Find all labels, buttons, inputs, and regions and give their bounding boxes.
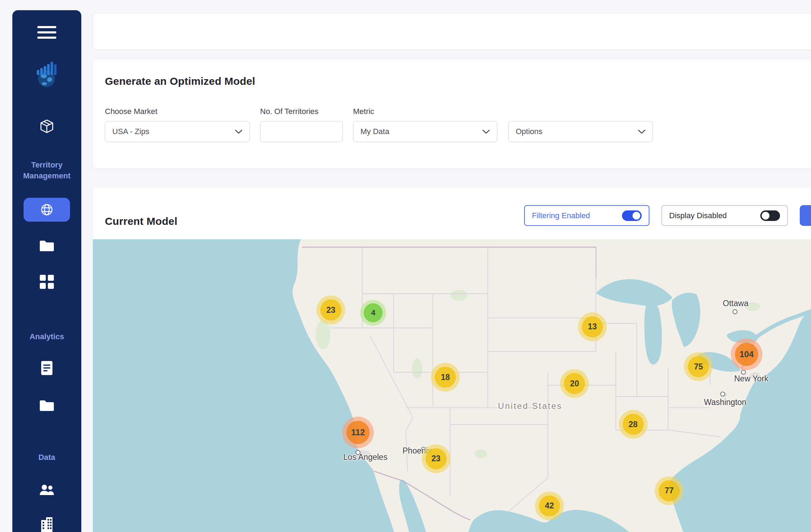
map-label: Ottawa xyxy=(723,298,748,308)
current-model-title: Current Model xyxy=(105,215,177,228)
toggle-switch-on[interactable] xyxy=(622,210,642,221)
cluster-marker[interactable]: 104 xyxy=(731,338,762,370)
cluster-marker[interactable]: 28 xyxy=(619,410,648,439)
market-select[interactable]: USA - Zips xyxy=(105,121,250,142)
metric-label: Metric xyxy=(353,107,497,116)
cluster-marker[interactable]: 112 xyxy=(342,417,374,448)
cluster-marker[interactable]: 75 xyxy=(684,352,713,381)
globe-icon xyxy=(39,202,54,217)
people-icon xyxy=(38,484,55,496)
chevron-down-icon xyxy=(638,129,646,134)
market-select-value: USA - Zips xyxy=(112,127,149,136)
display-toggle-label: Display Disabled xyxy=(669,211,727,220)
cluster-marker[interactable]: 20 xyxy=(560,369,589,398)
city-dot xyxy=(720,392,725,397)
current-model-card: Current Model Filtering Enabled Display … xyxy=(93,188,811,532)
primary-action-button[interactable] xyxy=(800,205,811,226)
folder-icon xyxy=(39,399,55,412)
options-select[interactable]: Options xyxy=(508,121,653,142)
folder-icon xyxy=(39,239,55,252)
city-dot xyxy=(733,309,737,314)
territories-label: No. Of Territories xyxy=(260,107,343,116)
toggle-switch-off[interactable] xyxy=(760,210,780,221)
top-header xyxy=(93,13,811,50)
cluster-marker[interactable]: 42 xyxy=(535,492,564,520)
sidebar-item-reports[interactable] xyxy=(39,361,54,375)
sidebar-section-data: Data xyxy=(15,452,78,463)
cluster-marker[interactable]: 23 xyxy=(316,296,345,324)
metric-select[interactable]: My Data xyxy=(353,121,497,142)
sidebar-item-accounts[interactable] xyxy=(40,516,54,532)
cluster-marker[interactable]: 23 xyxy=(422,444,451,473)
cluster-marker[interactable]: 4 xyxy=(360,300,386,326)
cluster-marker[interactable]: 18 xyxy=(431,363,460,392)
sidebar-item-dashboard[interactable] xyxy=(39,274,54,289)
main-content: Generate an Optimized Model Choose Marke… xyxy=(92,0,811,532)
cluster-marker[interactable]: 77 xyxy=(655,476,684,505)
optimizer-form: Choose Market USA - Zips No. Of Territor… xyxy=(105,107,811,142)
building-icon xyxy=(40,516,54,532)
sidebar-item-projects[interactable] xyxy=(39,239,55,252)
optimizer-card: Generate an Optimized Model Choose Marke… xyxy=(93,59,811,168)
metric-select-value: My Data xyxy=(360,127,389,136)
map-label: Washington xyxy=(704,397,747,407)
sidebar-section-analytics: Analytics xyxy=(15,331,78,342)
sidebar-item-data-files[interactable] xyxy=(39,399,55,412)
app-logo[interactable] xyxy=(30,58,64,90)
chevron-down-icon xyxy=(235,129,243,134)
display-toggle[interactable]: Display Disabled xyxy=(661,205,788,226)
sidebar: Territory Management Analytics xyxy=(12,10,81,532)
sidebar-item-products[interactable] xyxy=(38,118,55,135)
menu-icon[interactable] xyxy=(37,26,56,39)
package-icon xyxy=(38,118,55,135)
map-label: United States xyxy=(498,401,562,411)
sidebar-item-customers[interactable] xyxy=(38,484,55,496)
map-overlays: OttawaNew YorkWashingtonUnited StatesLos… xyxy=(93,239,811,532)
map-label: Los Angeles xyxy=(343,452,387,462)
dashboard-icon xyxy=(39,274,54,289)
territories-input[interactable] xyxy=(260,121,343,142)
filtering-toggle[interactable]: Filtering Enabled xyxy=(524,205,649,226)
options-select-value: Options xyxy=(516,127,542,136)
map-label: New York xyxy=(734,374,768,383)
report-icon xyxy=(39,361,54,375)
map[interactable]: OttawaNew YorkWashingtonUnited StatesLos… xyxy=(93,239,811,532)
market-label: Choose Market xyxy=(105,107,250,116)
sidebar-item-territory-map[interactable] xyxy=(24,198,70,222)
optimizer-title: Generate an Optimized Model xyxy=(105,75,811,88)
options-label xyxy=(508,107,653,116)
sidebar-section-territory-management: Territory Management xyxy=(15,160,78,182)
cluster-marker[interactable]: 13 xyxy=(578,312,607,341)
filtering-toggle-label: Filtering Enabled xyxy=(532,211,590,220)
chevron-down-icon xyxy=(482,129,490,134)
